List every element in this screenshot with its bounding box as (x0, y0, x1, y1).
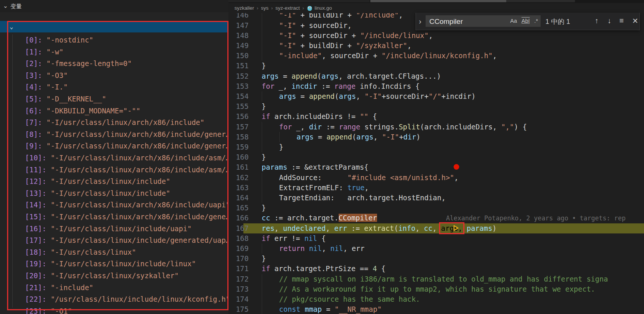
array-item-row[interactable]: [13]: "-I/usr/class/linux/include" (25, 188, 170, 200)
code-line[interactable]: 168 if err != nil { (228, 233, 644, 244)
indent-guide (262, 294, 279, 304)
line-number: 162 (231, 173, 249, 183)
line-number: 161 (231, 162, 249, 172)
array-item-row[interactable]: [20]: "-I/usr/class/linux/syzkaller" (25, 270, 179, 282)
code-line[interactable]: 173 // As a workaround fix it up to mmap… (228, 284, 644, 294)
close-find-widget-button[interactable]: ✕ (632, 16, 638, 25)
array-item-row[interactable]: [14]: "-I/usr/class/linux/arch/x86/inclu… (25, 199, 228, 211)
line-number: 168 (231, 233, 249, 244)
code-line[interactable]: 175 const mmap = "__NR_mmap" (228, 304, 644, 314)
line-number: 149 (231, 41, 249, 51)
array-item-row[interactable]: [17]: "-I/usr/class/linux/include/genera… (25, 235, 228, 247)
breadcrumb-item-syz-extract[interactable]: syz-extract (276, 5, 300, 11)
previous-match-button[interactable]: ↑ (595, 16, 598, 25)
array-item-row[interactable]: [12]: "-I/usr/class/linux/include" (25, 176, 170, 188)
array-item-row[interactable]: [11]: "-I/usr/class/linux/arch/x86/inclu… (25, 164, 228, 176)
variable-row-args-selected[interactable]: ⌄ args: <[]string> (length: 32, cap: 48) (0, 21, 228, 32)
array-item-row[interactable]: [15]: "-I/usr/class/linux/arch/x86/inclu… (25, 211, 228, 223)
array-item-row[interactable]: [10]: "-I/usr/class/linux/arch/x86/inclu… (25, 152, 228, 164)
variables-panel: ⌄ 变量 buildDir: "/usr/class/linux" ⌄ args… (0, 0, 228, 314)
find-match-count: 1 中的 1 (545, 17, 570, 26)
code-line[interactable]: 159 } (228, 142, 644, 152)
code-line[interactable]: 152 args = append(args, arch.target.CFla… (228, 71, 644, 81)
indent-guide (262, 21, 279, 31)
regex-icon[interactable]: .* (534, 17, 538, 25)
array-item-row[interactable]: [4]: "-I." (25, 81, 68, 93)
line-number: 157 (231, 122, 249, 132)
array-item-row[interactable]: [22]: "/usr/class/linux/include/linux/kc… (25, 293, 228, 305)
code-area[interactable]: 146 "-I" + buildDir + "/include",147 "-I… (228, 0, 644, 314)
line-number: 172 (231, 274, 249, 284)
array-item-row[interactable]: [21]: "-include" (25, 282, 93, 294)
array-item-row[interactable]: [9]: "-I/usr/class/linux/arch/x86/includ… (25, 140, 228, 152)
line-number: 175 (231, 304, 249, 314)
breadcrumb-item-syzkaller[interactable]: syzkaller (234, 5, 254, 11)
line-number: 154 (231, 91, 249, 101)
array-item-row[interactable]: [3]: "-O3" (25, 70, 68, 82)
code-line[interactable]: 157 for _, dir := range strings.Split(ar… (228, 122, 644, 132)
variable-row-builddir[interactable]: buildDir: "/usr/class/linux" (0, 10, 228, 21)
array-item-row[interactable]: [23]: "-O1" (25, 305, 72, 314)
line-number: 165 (231, 203, 249, 213)
code-line[interactable]: 162 AddSource: "#include <asm/unistd.h>"… (228, 173, 644, 183)
indent-guide (262, 193, 279, 203)
array-item-row[interactable]: [0]: "-nostdinc" (25, 34, 93, 46)
code-line[interactable]: 171 if arch.target.PtrSize == 4 { (228, 264, 644, 274)
array-item-row[interactable]: [8]: "-I/usr/class/linux/arch/x86/includ… (25, 129, 228, 141)
line-number: 152 (231, 71, 249, 81)
code-line[interactable]: 167 res, undeclared, err := extract(info… (228, 223, 644, 233)
code-line[interactable]: 156 if arch.includeDirs != "" { (228, 112, 644, 122)
array-item-row[interactable]: [6]: "-DKBUILD_MODNAME="-"" (25, 105, 140, 117)
array-item-row[interactable]: [5]: "-D__KERNEL__" (25, 93, 106, 105)
indent-guide (262, 284, 279, 294)
next-match-button[interactable]: ↓ (607, 16, 611, 25)
line-number: 160 (231, 152, 249, 162)
find-input[interactable] (429, 15, 505, 28)
line-number: 163 (231, 183, 249, 193)
breadcrumb-file[interactable]: linux.go (315, 5, 332, 11)
array-item-row[interactable]: [1]: "-w" (25, 46, 63, 58)
breadcrumb-item-sys[interactable]: sys (261, 5, 268, 11)
find-in-selection-button[interactable]: ≡ (619, 16, 624, 25)
code-line[interactable]: 166 cc := arch.target.CCompilerAlexander… (228, 213, 644, 223)
line-number: 173 (231, 284, 249, 294)
whole-word-icon[interactable]: Ab| (521, 17, 530, 25)
editor-pane[interactable]: 146 "-I" + buildDir + "/include",147 "-I… (228, 0, 644, 314)
code-line[interactable]: 170 } (228, 254, 644, 264)
code-line[interactable]: 172 // mmap syscall on i386/arm is trans… (228, 274, 644, 284)
indent-guide (262, 244, 279, 254)
code-line[interactable]: 154 args = append(args, "-I"+sourceDir+"… (228, 91, 644, 101)
array-item-row[interactable]: [7]: "-I/usr/class/linux/arch/x86/includ… (25, 117, 204, 129)
code-line[interactable]: 174 // pkg/csource has the same hack. (228, 294, 644, 304)
array-item-row[interactable]: [19]: "-I/usr/class/linux/include/linux" (25, 258, 196, 270)
array-item-row[interactable]: [16]: "-I/usr/class/linux/include/uapi" (25, 223, 192, 235)
breakpoint-icon[interactable] (454, 164, 459, 170)
code-line[interactable]: 148 "-I" + sourceDir + "/include/linux", (228, 31, 644, 41)
code-line[interactable]: 163 ExtractFromELF: true, (228, 183, 644, 193)
code-line[interactable]: 169 return nil, nil, err (228, 244, 644, 254)
code-line[interactable]: 151 } (228, 61, 644, 71)
line-number: 155 (231, 101, 249, 112)
indent-guide (279, 132, 297, 142)
code-line[interactable]: 165 } (228, 203, 644, 213)
code-line[interactable]: 161 params := &extractParams{ (228, 162, 644, 172)
breadcrumb[interactable]: syzkaller › sys › syz-extract › linux.go (228, 3, 644, 13)
code-line[interactable]: 153 for _, incdir := range info.Incdirs … (228, 81, 644, 91)
code-line[interactable]: 164 TargetEndian: arch.target.HostEndian… (228, 193, 644, 203)
indent-guide (262, 274, 279, 284)
code-line[interactable]: 149 "-I" + buildDir + "/syzkaller", (228, 41, 644, 51)
toggle-replace-chevron-icon[interactable]: › (419, 17, 421, 26)
line-number: 156 (231, 112, 249, 122)
array-item-row[interactable]: [18]: "-I/usr/class/linux" (25, 247, 136, 258)
code-line[interactable]: 158 args = append(args, "-I"+dir) (228, 132, 644, 142)
match-case-icon[interactable]: Aa (510, 17, 517, 25)
search-match-highlight: CCompiler (339, 214, 377, 222)
line-number: 150 (231, 51, 249, 61)
indent-guide (262, 173, 279, 183)
code-line[interactable]: 150 "-include", sourceDir + "/include/li… (228, 51, 644, 61)
chevron-down-icon: ⌄ (10, 21, 13, 32)
line-number: 167 (231, 223, 249, 233)
array-item-row[interactable]: [2]: "-fmessage-length=0" (25, 58, 132, 70)
code-line[interactable]: 155 } (228, 101, 644, 112)
code-line[interactable]: 160 } (228, 152, 644, 162)
